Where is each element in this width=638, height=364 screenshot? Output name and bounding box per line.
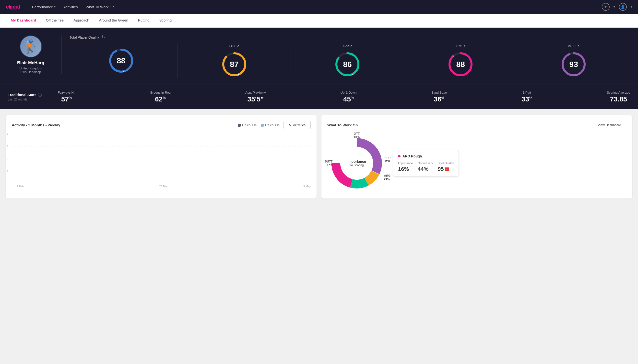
player-info: 🏌️ Blair McHarg United Kingdom Plus Hand… xyxy=(8,36,62,74)
info-card-metrics: Importance 16% Opportunity 44% Shot Qual… xyxy=(398,162,454,172)
donut-center-line2: To Scoring xyxy=(347,164,366,167)
stat-items: Fairways Hit 57% Greens In Reg 62% App. … xyxy=(52,91,630,103)
score-ott-value: 87 xyxy=(230,60,239,69)
all-activities-button[interactable]: All Activities xyxy=(284,121,311,129)
nav-what-to-work-on[interactable]: What To Work On xyxy=(86,1,115,13)
metric-shot-quality: Shot Quality 95 ▼ xyxy=(438,162,454,172)
info-card-title: ARG Rough xyxy=(398,154,454,158)
score-cards: 88 OTT ↗ 87 xyxy=(70,44,630,78)
score-ott: OTT ↗ 87 xyxy=(178,44,291,78)
legend-off-course-dot xyxy=(261,124,264,127)
tab-putting[interactable]: Putting xyxy=(133,14,154,28)
app-logo: clippd xyxy=(6,4,20,10)
user-chevron-icon: ▾ xyxy=(631,5,632,8)
trad-sublabel: Last 20 rounds xyxy=(8,98,46,101)
legend-on-course-dot xyxy=(238,124,241,127)
user-icon[interactable]: 👤 xyxy=(619,3,627,11)
putt-trend-icon: ↗ xyxy=(577,44,579,48)
score-arg-label: ARG ↗ xyxy=(455,44,466,48)
score-arg-value: 88 xyxy=(456,60,465,69)
tab-approach[interactable]: Approach xyxy=(69,14,94,28)
activity-chart-header: Activity - 3 Months - Weekly On course O… xyxy=(12,121,311,129)
donut-chart-wrapper: Importance To Scoring PUTT 57% OTT 10% A… xyxy=(327,134,386,193)
donut-label-ott: OTT 10% xyxy=(354,132,360,139)
stat-1-putt: 1 Putt 33% xyxy=(521,91,532,103)
score-app: APP ↗ 86 xyxy=(291,44,404,78)
x-labels: 7 Feb 28 Mar 9 May xyxy=(12,185,311,188)
traditional-stats-section: Traditional Stats ? Last 20 rounds Fairw… xyxy=(0,85,638,109)
add-button[interactable]: + xyxy=(602,3,610,11)
x-label-feb: 7 Feb xyxy=(17,185,24,188)
tab-scoring[interactable]: Scoring xyxy=(154,14,176,28)
nav-right-actions: + ▾ 👤 ▾ xyxy=(602,3,632,11)
score-putt-label: PUTT ↗ xyxy=(568,44,579,48)
nav-performance[interactable]: Performance ▾ xyxy=(32,1,56,13)
score-total-value: 88 xyxy=(117,56,126,65)
chevron-down-icon: ▾ xyxy=(54,6,56,8)
what-to-work-on-title: What To Work On xyxy=(327,123,358,127)
trad-help-icon[interactable]: ? xyxy=(38,93,42,97)
donut-label-putt: PUTT 57% xyxy=(325,160,332,167)
donut-label-app: APP 12% xyxy=(384,156,390,163)
donut-section: Importance To Scoring PUTT 57% OTT 10% A… xyxy=(327,134,626,193)
player-name: Blair McHarg xyxy=(17,60,44,66)
bar-chart: 4 3 2 1 0 7 Feb 28 Mar 9 May xyxy=(12,134,311,188)
tpq-label: Total Player Quality ? xyxy=(70,36,630,39)
ott-trend-icon: ↗ xyxy=(237,44,239,48)
avatar: 🏌️ xyxy=(20,36,42,58)
score-total: 88 xyxy=(70,44,178,78)
circle-total: 88 xyxy=(108,47,135,74)
score-putt: PUTT ↗ 93 xyxy=(517,44,630,78)
view-dashboard-button[interactable]: View Dashboard xyxy=(593,121,626,129)
tab-my-dashboard[interactable]: My Dashboard xyxy=(6,14,41,28)
score-app-value: 86 xyxy=(343,60,352,69)
legend-off-course: Off course xyxy=(261,123,280,127)
scores-section: Total Player Quality ? 88 OTT xyxy=(62,36,630,78)
arg-trend-icon: ↗ xyxy=(463,44,466,48)
top-navigation: clippd Performance ▾ Activities What To … xyxy=(0,0,638,14)
stat-scoring-average: Scoring Average 73.85 xyxy=(607,91,630,103)
stat-app-proximity: App. Proximity 35'5" xyxy=(245,91,266,103)
info-card: ARG Rough Importance 16% Opportunity 44%… xyxy=(393,150,459,176)
player-country: United Kingdom xyxy=(19,66,42,70)
hero-section: 🏌️ Blair McHarg United Kingdom Plus Hand… xyxy=(0,28,638,85)
score-putt-value: 93 xyxy=(569,60,578,69)
info-card-dot xyxy=(398,155,400,158)
donut-center: Importance To Scoring xyxy=(347,160,366,167)
stat-up-and-down: Up & Down 45% xyxy=(341,91,357,103)
metric-opportunity: Opportunity 44% xyxy=(418,162,433,172)
tab-off-the-tee[interactable]: Off the Tee xyxy=(41,14,69,28)
app-trend-icon: ↗ xyxy=(350,44,352,48)
bottom-section: Activity - 3 Months - Weekly On course O… xyxy=(0,109,638,204)
stat-sand-save: Sand Save 36% xyxy=(431,91,447,103)
stat-greens-in-reg: Greens In Reg 62% xyxy=(150,91,171,103)
stat-fairways-hit: Fairways Hit 57% xyxy=(58,91,75,103)
score-ott-label: OTT ↗ xyxy=(230,44,239,48)
activity-chart-title: Activity - 3 Months - Weekly xyxy=(12,123,60,127)
score-arg: ARG ↗ 88 xyxy=(404,44,517,78)
traditional-stats-label: Traditional Stats ? Last 20 rounds xyxy=(8,93,52,101)
activity-chart-card: Activity - 3 Months - Weekly On course O… xyxy=(6,115,317,198)
circle-ott: 87 xyxy=(221,51,248,78)
donut-label-arg: ARG 21% xyxy=(384,174,390,181)
chart-legend: On course Off course All Activities xyxy=(238,121,311,129)
score-app-label: APP ↗ xyxy=(342,44,352,48)
trend-down-icon: ▼ xyxy=(445,168,449,171)
circle-app: 86 xyxy=(334,51,361,78)
help-icon[interactable]: ? xyxy=(101,36,105,39)
x-label-may: 9 May xyxy=(303,185,311,188)
what-to-work-on-card: What To Work On View Dashboard Impo xyxy=(321,115,632,198)
circle-arg: 88 xyxy=(447,51,474,78)
tabs-bar: My Dashboard Off the Tee Approach Around… xyxy=(0,14,638,28)
x-label-mar: 28 Mar xyxy=(159,185,167,188)
legend-on-course: On course xyxy=(238,123,257,127)
tab-around-the-green[interactable]: Around the Green xyxy=(94,14,133,28)
donut-center-line1: Importance xyxy=(347,160,366,164)
grid-line-0: 0 xyxy=(12,183,311,183)
circle-putt: 93 xyxy=(560,51,587,78)
what-to-work-on-header: What To Work On View Dashboard xyxy=(327,121,626,129)
player-handicap: Plus Handicap xyxy=(21,70,41,74)
nav-activities[interactable]: Activities xyxy=(63,1,78,13)
chevron-icon: ▾ xyxy=(613,5,615,8)
bars-container xyxy=(17,134,311,183)
